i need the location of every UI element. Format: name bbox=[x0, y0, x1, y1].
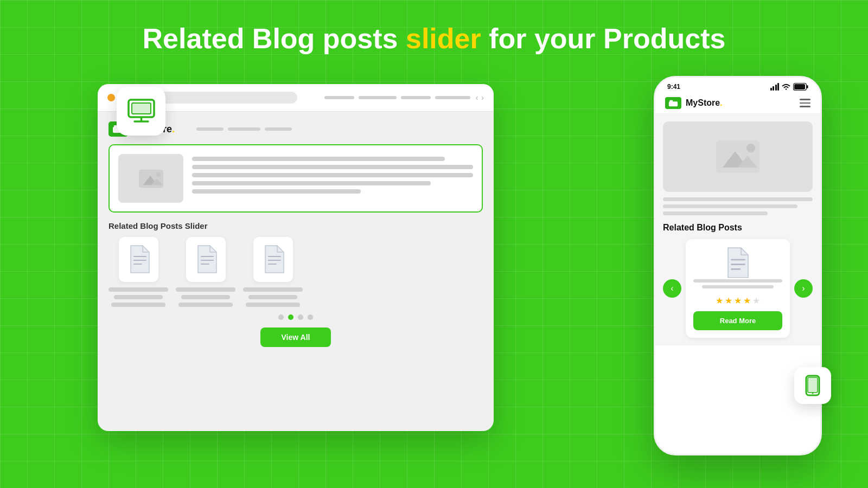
dot-3[interactable] bbox=[298, 314, 303, 320]
read-more-button[interactable]: Read More bbox=[693, 311, 782, 330]
blog-line bbox=[181, 295, 230, 299]
dot-1[interactable] bbox=[278, 314, 284, 320]
nav-line bbox=[435, 96, 470, 99]
mobile-product-placeholder bbox=[716, 140, 760, 173]
title-part1: Related Blog posts bbox=[143, 23, 406, 54]
blog-line bbox=[114, 295, 163, 299]
mobile-line bbox=[663, 204, 797, 208]
blog-line bbox=[108, 287, 168, 292]
mobile-doc-icon bbox=[724, 247, 751, 279]
blog-slider: ‹ ★ ★ ★ ★ bbox=[663, 239, 813, 338]
main-container: Related Blog posts slider for your Produ… bbox=[0, 0, 868, 488]
status-time: 9:41 bbox=[667, 83, 680, 91]
pagination-dots bbox=[108, 314, 483, 320]
phone-small-icon bbox=[802, 375, 824, 396]
signal-bar-4 bbox=[777, 83, 779, 91]
blog-cards-row bbox=[108, 237, 483, 307]
dot-orange bbox=[107, 94, 115, 101]
status-bar: 9:41 bbox=[655, 78, 820, 93]
star-rating: ★ ★ ★ ★ ★ bbox=[716, 296, 760, 306]
nav-line bbox=[324, 96, 354, 99]
star-1: ★ bbox=[716, 296, 723, 306]
mobile-blog-line bbox=[693, 279, 782, 282]
svg-rect-21 bbox=[794, 84, 805, 89]
content-line bbox=[192, 165, 473, 169]
view-all-button[interactable]: View All bbox=[260, 328, 331, 347]
hamburger-line-3 bbox=[800, 106, 810, 107]
blog-line bbox=[246, 303, 300, 307]
hamburger-menu[interactable] bbox=[800, 99, 810, 107]
dot-4[interactable] bbox=[308, 314, 313, 320]
blog-line bbox=[243, 287, 303, 292]
mobile-blog-card: ★ ★ ★ ★ ★ Read More bbox=[686, 239, 790, 338]
forward-arrow: › bbox=[481, 93, 484, 102]
product-lines bbox=[192, 154, 473, 203]
hamburger-line-2 bbox=[800, 102, 810, 104]
signal-bar-1 bbox=[770, 88, 772, 91]
battery-icon bbox=[793, 83, 808, 91]
mobile-product-image bbox=[663, 121, 813, 192]
section-title: Related Blog Posts Slider bbox=[108, 221, 483, 230]
signal-bar-2 bbox=[773, 86, 774, 91]
signal-bars bbox=[770, 83, 780, 91]
browser-content: MyStore. bbox=[98, 112, 494, 357]
desktop-nav bbox=[196, 127, 292, 131]
doc-icon-3 bbox=[261, 245, 285, 274]
next-arrow[interactable]: › bbox=[794, 279, 813, 298]
blog-card-image-1 bbox=[119, 237, 158, 282]
signal-bar-3 bbox=[775, 85, 777, 91]
page-title: Related Blog posts slider for your Produ… bbox=[0, 22, 868, 55]
mobile-related-blog-title: Related Blog Posts bbox=[663, 223, 813, 233]
star-3: ★ bbox=[734, 296, 742, 306]
svg-rect-33 bbox=[808, 377, 818, 393]
blog-line bbox=[248, 295, 297, 299]
monitor-icon bbox=[126, 97, 156, 126]
nav-item bbox=[265, 127, 292, 131]
title-highlight: slider bbox=[406, 23, 481, 54]
mobile-logo bbox=[665, 97, 681, 109]
content-line bbox=[192, 189, 361, 194]
star-4: ★ bbox=[743, 296, 751, 306]
mobile-store-name: MyStore. bbox=[686, 98, 723, 108]
mountain-placeholder-icon bbox=[139, 169, 163, 188]
content-line bbox=[192, 157, 445, 161]
star-2: ★ bbox=[725, 296, 732, 306]
svg-point-35 bbox=[812, 393, 814, 394]
blog-card-image-3 bbox=[253, 237, 293, 282]
svg-rect-24 bbox=[670, 100, 673, 102]
wifi-icon bbox=[781, 84, 791, 90]
mobile-logo-icon bbox=[668, 100, 678, 107]
back-arrow: ‹ bbox=[476, 93, 478, 102]
mobile-content: Related Blog Posts ‹ ★ bbox=[655, 114, 820, 345]
prev-arrow[interactable]: ‹ bbox=[663, 279, 681, 298]
mobile-line bbox=[663, 197, 813, 201]
svg-rect-3 bbox=[132, 103, 151, 114]
desktop-mockup: ‹ › MyStore. bbox=[98, 84, 494, 431]
dot-2[interactable] bbox=[288, 314, 293, 320]
phone-badge bbox=[794, 367, 831, 404]
nav-lines bbox=[324, 96, 470, 99]
doc-icon-1 bbox=[126, 245, 151, 274]
blog-card-image-2 bbox=[186, 237, 226, 282]
nav-item bbox=[228, 127, 260, 131]
mobile-product-lines bbox=[663, 197, 813, 215]
svg-point-28 bbox=[746, 144, 755, 152]
product-card bbox=[108, 144, 483, 213]
blog-line bbox=[178, 303, 233, 307]
mobile-blog-line bbox=[702, 285, 773, 288]
blog-line bbox=[176, 287, 235, 292]
mobile-nav: MyStore. bbox=[655, 93, 820, 114]
star-5: ★ bbox=[752, 296, 760, 306]
doc-icon-2 bbox=[194, 245, 218, 274]
title-part2: for your Products bbox=[481, 23, 726, 54]
blog-card-1 bbox=[108, 237, 168, 307]
desktop-icon-badge bbox=[117, 87, 165, 136]
related-blog-section: Related Blog Posts Slider bbox=[108, 221, 483, 347]
product-image bbox=[118, 154, 183, 203]
svg-rect-22 bbox=[807, 85, 808, 88]
blog-card-2 bbox=[176, 237, 235, 307]
content-line bbox=[192, 173, 473, 177]
svg-point-10 bbox=[156, 172, 161, 177]
mobile-line bbox=[663, 211, 768, 215]
nav-arrows: ‹ › bbox=[476, 93, 484, 102]
